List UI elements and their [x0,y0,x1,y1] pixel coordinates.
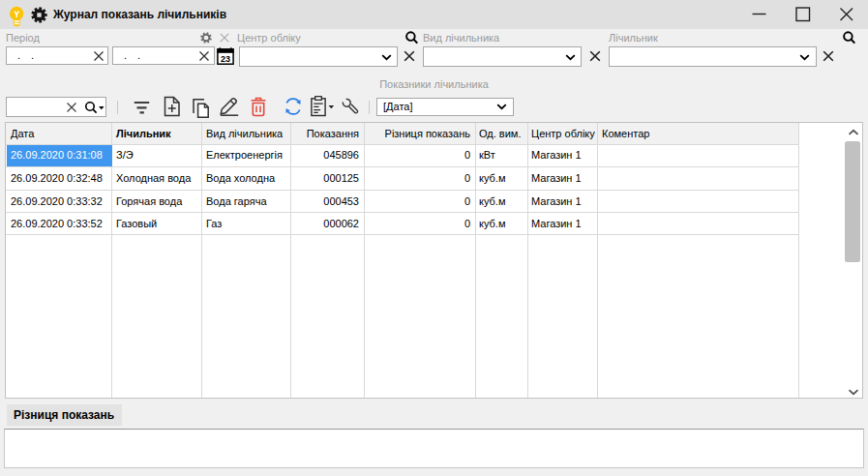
svg-text:23: 23 [221,54,230,64]
